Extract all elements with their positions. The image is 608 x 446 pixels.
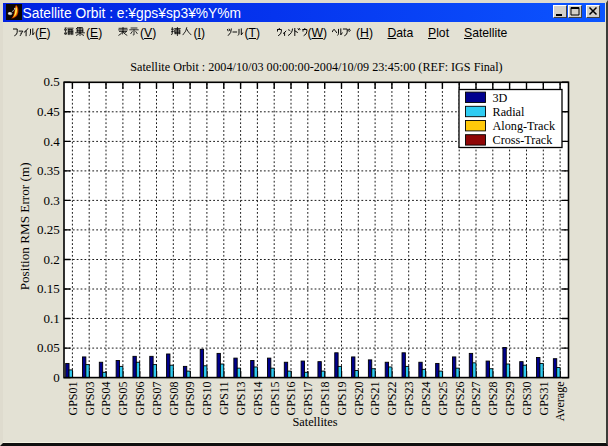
- svg-text:GPS27: GPS27: [469, 382, 483, 416]
- svg-text:0.4: 0.4: [44, 134, 61, 149]
- svg-text:GPS01: GPS01: [66, 382, 80, 416]
- svg-text:0.05: 0.05: [37, 340, 60, 355]
- svg-text:GPS11: GPS11: [217, 382, 231, 416]
- svg-text:GPS10: GPS10: [200, 382, 214, 416]
- svg-text:GPS08: GPS08: [167, 382, 181, 416]
- svg-text:GPS13: GPS13: [234, 382, 248, 416]
- svg-text:GPS21: GPS21: [368, 382, 382, 416]
- svg-text:Along-Track: Along-Track: [493, 119, 556, 133]
- svg-text:GPS23: GPS23: [402, 382, 416, 416]
- svg-text:3D: 3D: [493, 91, 508, 105]
- svg-text:GPS20: GPS20: [352, 382, 366, 416]
- svg-text:GPS22: GPS22: [385, 382, 399, 416]
- svg-text:GPS24: GPS24: [419, 382, 433, 416]
- svg-text:GPS07: GPS07: [150, 382, 164, 416]
- svg-text:Cross-Track: Cross-Track: [493, 133, 554, 147]
- svg-text:0.15: 0.15: [37, 281, 60, 296]
- svg-text:Radial: Radial: [493, 105, 525, 119]
- svg-text:GPS25: GPS25: [436, 382, 450, 416]
- svg-text:GPS30: GPS30: [520, 382, 534, 416]
- svg-text:0.35: 0.35: [37, 163, 60, 178]
- svg-text:Position RMS Error (m): Position RMS Error (m): [17, 162, 32, 290]
- svg-text:0: 0: [53, 370, 60, 385]
- svg-text:GPS16: GPS16: [284, 382, 298, 416]
- svg-text:0.1: 0.1: [44, 311, 60, 326]
- svg-text:GPS04: GPS04: [99, 382, 113, 416]
- svg-text:GPS26: GPS26: [453, 382, 467, 416]
- svg-text:GPS29: GPS29: [503, 382, 517, 416]
- svg-text:GPS05: GPS05: [116, 382, 130, 416]
- svg-text:GPS17: GPS17: [301, 382, 315, 416]
- svg-text:0.3: 0.3: [44, 193, 60, 208]
- svg-text:0.25: 0.25: [37, 222, 60, 237]
- svg-text:GPS09: GPS09: [183, 382, 197, 416]
- svg-text:GPS14: GPS14: [251, 382, 265, 416]
- svg-text:GPS28: GPS28: [486, 382, 500, 416]
- svg-text:GPS15: GPS15: [268, 382, 282, 416]
- svg-text:Satellites: Satellites: [292, 415, 337, 429]
- svg-text:GPS03: GPS03: [83, 382, 97, 416]
- svg-text:0.5: 0.5: [44, 74, 60, 89]
- svg-text:GPS06: GPS06: [133, 382, 147, 416]
- svg-text:GPS31: GPS31: [537, 382, 551, 416]
- svg-text:0.45: 0.45: [37, 104, 60, 119]
- svg-text:GPS19: GPS19: [335, 382, 349, 416]
- svg-text:Average: Average: [553, 382, 567, 422]
- svg-text:GPS18: GPS18: [318, 382, 332, 416]
- svg-text:Satellite Orbit : 2004/10/03 0: Satellite Orbit : 2004/10/03 00:00:00-20…: [130, 60, 502, 74]
- svg-text:0.2: 0.2: [44, 252, 60, 267]
